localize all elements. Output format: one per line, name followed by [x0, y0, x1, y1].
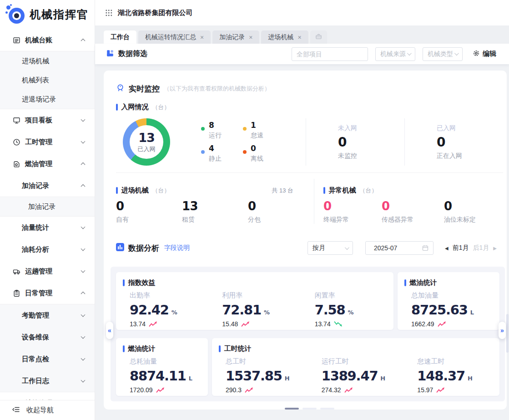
- chevron-down-icon: [81, 378, 86, 383]
- not-networked-column: 未入网 0 未监控: [306, 118, 404, 166]
- sidebar-item-refuel-records[interactable]: 加油记录: [0, 197, 95, 216]
- sidebar-item-label: 考勤管理: [22, 311, 49, 320]
- period-select[interactable]: 按月: [307, 241, 353, 255]
- metric-unit: %: [348, 309, 353, 316]
- tab-label: 加油记录: [219, 33, 245, 41]
- close-icon[interactable]: ×: [200, 34, 204, 40]
- close-icon[interactable]: ×: [297, 34, 301, 40]
- sidebar-item-equipment-maintenance[interactable]: 设备维保: [0, 326, 95, 348]
- sidebar-item-daily-management[interactable]: 日常管理: [0, 282, 95, 304]
- project-search-input[interactable]: [292, 47, 368, 61]
- stat-label: 分包: [248, 216, 314, 224]
- sidebar-item-work-hours[interactable]: 工时管理: [0, 131, 95, 153]
- apps-grid-icon[interactable]: [105, 9, 113, 17]
- next-month-label[interactable]: 后1月: [473, 244, 489, 252]
- tab-entered-machines[interactable]: 进场机械 ×: [261, 30, 308, 44]
- metric-unit: L: [470, 309, 474, 316]
- top-header: 湖北省路桥集团有限公司: [95, 0, 509, 25]
- chevron-down-icon: [81, 313, 86, 317]
- sidebar-item-project-board[interactable]: 项目看板: [0, 109, 95, 131]
- prev-month-icon[interactable]: ◀: [445, 246, 449, 251]
- clock-icon: [13, 138, 20, 146]
- tab-refuel-records[interactable]: 加油记录 ×: [212, 30, 259, 44]
- close-icon[interactable]: ×: [249, 34, 252, 40]
- sidebar-item-fuel-consumption-analysis[interactable]: 油耗分析: [0, 238, 95, 260]
- card-title: 指数效益: [128, 278, 156, 287]
- metric-label: 总工时: [226, 357, 308, 366]
- sidebar-item-fuel-management[interactable]: 燃油管理: [0, 153, 95, 175]
- sidebar-item-machine-ledger[interactable]: 机械台账: [0, 29, 95, 51]
- chevron-down-icon: [81, 268, 86, 273]
- monitor-icon: [116, 84, 125, 94]
- metric-label: 闲置率: [315, 291, 393, 300]
- edit-button[interactable]: 编辑: [473, 50, 496, 58]
- machine-stats-row: 进场机械 （台） 共 13 台 0 自有 13 租赁: [116, 179, 503, 224]
- gear-icon: [473, 50, 480, 58]
- network-status-row: 13 已入网 8运行 1怠速: [116, 114, 503, 170]
- sidebar-item-refuel-records-group[interactable]: 加油记录: [0, 175, 95, 197]
- sidebar-item-label: 日常管理: [25, 289, 52, 298]
- collapse-nav-icon: [12, 406, 20, 415]
- collapse-nav-button[interactable]: 收起导航: [0, 400, 95, 420]
- carousel-prev-button[interactable]: «: [106, 322, 113, 339]
- metric-unit: H: [468, 375, 473, 382]
- tab-workbench[interactable]: 工作台: [104, 30, 136, 44]
- date-picker[interactable]: 2025-07: [365, 241, 433, 255]
- entered-machines-section: 进场机械 （台） 共 13 台 0 自有 13 租赁: [116, 179, 314, 224]
- metric-value: 8874.11: [130, 368, 186, 384]
- sidebar-item-trip-management[interactable]: 运趟管理: [0, 260, 95, 282]
- sidebar-item-oil-volume-stats[interactable]: 油量统计: [0, 217, 95, 238]
- sidebar-item-label: 机械台账: [25, 36, 52, 45]
- collapse-nav-label: 收起导航: [26, 406, 54, 415]
- tab-machine-operation-summary[interactable]: 机械运转情况汇总 ×: [138, 30, 211, 44]
- metric-delta: 1662.49: [411, 320, 434, 328]
- sidebar-item-label: 日常点检: [22, 355, 49, 364]
- trend-up-icon: [245, 387, 253, 393]
- sidebar-item-daily-inspection[interactable]: 日常点检: [0, 348, 95, 370]
- abnormal-section-unit: （台）: [360, 187, 378, 195]
- pagination-dash[interactable]: [320, 408, 334, 410]
- sidebar-item-attendance[interactable]: 考勤管理: [0, 304, 95, 326]
- metric-value: 1537.85: [226, 368, 282, 384]
- pagination-dash[interactable]: [302, 408, 317, 410]
- scrollbar-thumb[interactable]: [506, 314, 509, 353]
- trend-up-icon: [241, 321, 250, 327]
- metric-label: 运行工时: [322, 357, 404, 366]
- filter-bar: 数据筛选 机械来源 机械类型 编辑: [95, 44, 509, 64]
- legend-idle: 1怠速: [243, 121, 285, 140]
- sidebar-item-settlement[interactable]: 结算管理: [0, 392, 95, 400]
- section-bar: [323, 187, 325, 194]
- brand-title: 机械指挥官: [30, 7, 89, 22]
- legend-label: 离线: [251, 155, 263, 163]
- brand-logo: 机械指挥官: [0, 0, 95, 29]
- metric-value: 92.42: [130, 302, 169, 318]
- field-description-link[interactable]: 字段说明: [164, 244, 190, 252]
- donut-total: 13: [138, 131, 155, 145]
- stat-label: 油位未标定: [444, 216, 509, 224]
- stat-sensor-abnormal: 0 传感器异常: [382, 199, 444, 224]
- prev-month-label[interactable]: 前1月: [453, 244, 469, 252]
- metric-total-consumption: 总耗油量 8874.11L 1720.09: [116, 357, 208, 394]
- ledger-icon: [13, 36, 20, 44]
- metric-delta: 274.32: [322, 386, 341, 394]
- metric-value: 1389.47: [322, 368, 378, 384]
- column-title: 已入网: [437, 124, 503, 132]
- sidebar-item-label: 进场机械: [22, 57, 49, 66]
- next-month-icon[interactable]: ▶: [493, 246, 497, 251]
- machine-source-select[interactable]: 机械来源: [375, 47, 415, 61]
- metric-value: 7.58: [315, 302, 345, 318]
- column-sublabel: 正在入网: [437, 152, 503, 160]
- carousel-next-button[interactable]: »: [499, 322, 506, 339]
- sidebar-item-machine-list[interactable]: 机械列表: [0, 71, 95, 90]
- machine-type-select[interactable]: 机械类型: [423, 47, 463, 61]
- sidebar-item-entry-exit-records[interactable]: 进退场记录: [0, 90, 95, 109]
- analysis-cards-area: 指数效益 出勤率 92.42% 13.74: [111, 267, 505, 401]
- card-title: 工时统计: [224, 344, 252, 353]
- pagination-dash[interactable]: [285, 408, 299, 410]
- machine-type-value: 机械类型: [428, 50, 453, 58]
- legend-offline: 0离线: [243, 144, 285, 163]
- sidebar-item-entered-machines[interactable]: 进场机械: [0, 51, 95, 71]
- sidebar-item-label: 结算管理: [25, 399, 52, 400]
- tab-archive[interactable]: [310, 30, 327, 44]
- sidebar-item-work-log[interactable]: 工作日志: [0, 370, 95, 392]
